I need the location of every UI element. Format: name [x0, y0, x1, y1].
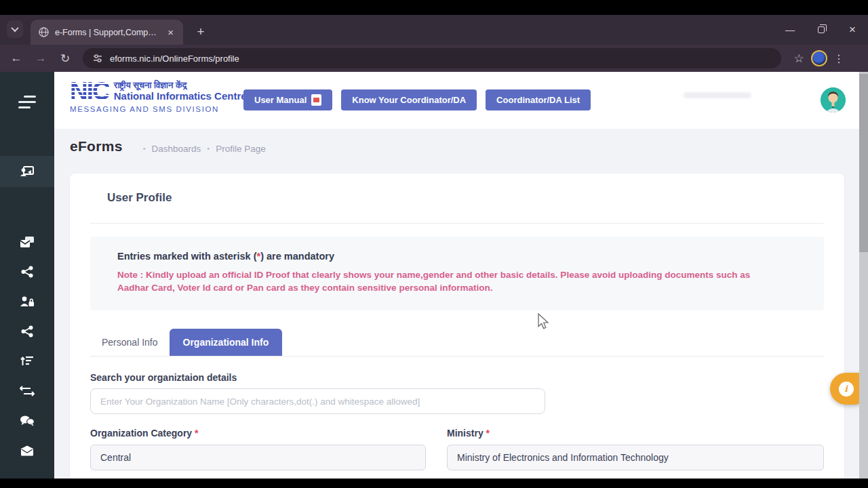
profile-tabs: Personal Info Organizational Info [90, 329, 824, 357]
sidebar-item-transfer[interactable] [0, 375, 54, 407]
breadcrumb-dot: • [207, 144, 210, 152]
nic-division-label: MESSAGING AND SMS DIVISION [70, 105, 247, 113]
forward-button[interactable]: → [28, 52, 53, 65]
user-avatar[interactable] [821, 87, 846, 113]
sidebar-toggle-icon[interactable] [18, 96, 36, 108]
address-bar[interactable]: eforms.nic.in/OnlineForms/profile [83, 48, 781, 68]
coordinator-list-button[interactable]: Coordinator/DA List [486, 89, 591, 110]
mail-stack-icon [20, 236, 35, 248]
page-scrollbar[interactable] [859, 72, 868, 479]
sidebar-item-sort[interactable] [0, 346, 54, 377]
divider [90, 223, 824, 224]
search-org-label: Search your organiztaion details [90, 372, 824, 383]
mouse-cursor [536, 313, 551, 331]
chat-icon [20, 415, 35, 427]
nic-logo-hindi: राष्ट्रीय सूचना विज्ञान केंद्र [114, 80, 247, 90]
back-button[interactable]: ← [4, 52, 28, 65]
share-icon [21, 266, 33, 278]
browser-profile-avatar[interactable] [811, 50, 827, 66]
nic-logo: NIC राष्ट्रीय सूचना विज्ञान केंद्र Natio… [70, 80, 247, 113]
mandatory-note: Entries marked with asterisk (*) are man… [117, 251, 797, 262]
restore-button[interactable] [806, 15, 837, 45]
asterisk: * [195, 428, 198, 439]
browser-tab-strip: e-Forms | Support,Component × + — × [0, 15, 868, 45]
sidebar-item-profile[interactable] [0, 156, 54, 187]
ministry-label: Ministry * [447, 428, 824, 439]
user-greeting-redacted [684, 92, 751, 98]
sidebar-item-messages[interactable] [0, 226, 54, 258]
restore-icon [818, 26, 825, 33]
minimize-button[interactable]: — [774, 15, 806, 45]
share-alt-icon [21, 325, 33, 338]
ministry-label-text: Ministry [447, 428, 484, 439]
tab-personal-info[interactable]: Personal Info [90, 329, 170, 356]
chevron-down-icon [11, 24, 18, 32]
envelope-icon [20, 445, 34, 456]
avatar-face-icon [821, 87, 846, 113]
user-manual-label: User Manual [254, 95, 307, 105]
browser-menu-icon[interactable]: ⋮ [830, 52, 848, 65]
id-proof-note: Note : Kindly upload an official ID Proo… [117, 268, 755, 294]
nic-logo-mark: NIC [70, 80, 109, 103]
globe-icon [39, 27, 49, 37]
sidebar-item-share[interactable] [0, 256, 54, 287]
new-tab-button[interactable]: + [192, 23, 210, 41]
reload-button[interactable]: ↻ [53, 52, 77, 66]
tab-title: e-Forms | Support,Component [55, 28, 161, 37]
sidebar [0, 72, 54, 479]
ministry-select[interactable]: Ministry of Electronics and Information … [447, 445, 824, 470]
url-text: eforms.nic.in/OnlineForms/profile [110, 54, 239, 64]
info-icon: i [839, 382, 854, 396]
breadcrumb-dashboards[interactable]: Dashboards [152, 144, 201, 154]
close-window-button[interactable]: × [837, 15, 868, 45]
page-main: NIC राष्ट्रीय सूचना विज्ञान केंद्र Natio… [54, 72, 868, 479]
tab-close-icon[interactable]: × [165, 26, 176, 38]
page-title: User Profile [107, 191, 824, 205]
site-header: NIC राष्ट्रीय सूचना विज्ञान केंद्र Natio… [54, 72, 868, 129]
header-buttons: User Manual Know Your Coordinator/DA Coo… [243, 89, 591, 110]
sidebar-item-users[interactable] [0, 286, 54, 317]
sidebar-item-share-alt[interactable] [0, 316, 54, 347]
asterisk: * [486, 428, 490, 439]
organization-category-select[interactable]: Central [90, 445, 426, 470]
sidebar-item-chat[interactable] [0, 405, 54, 436]
tab-search-button[interactable] [7, 20, 23, 38]
breadcrumb: eForms • Dashboards • Profile Page [70, 138, 266, 155]
sort-amount-icon [20, 355, 34, 367]
browser-tab[interactable]: e-Forms | Support,Component × [31, 20, 183, 45]
scrollbar-thumb[interactable] [859, 74, 868, 252]
user-lock-icon [20, 296, 35, 308]
site-settings-icon[interactable] [92, 53, 103, 64]
toolbar-right: ☆ ⋮ [789, 50, 848, 66]
letterbox-bottom [0, 479, 868, 488]
bookmark-star-icon[interactable]: ☆ [789, 52, 808, 66]
info-box: Entries marked with asterisk (*) are man… [90, 237, 824, 310]
exchange-icon [20, 386, 35, 396]
pdf-file-icon [311, 94, 321, 106]
know-coordinator-button[interactable]: Know Your Coordinator/DA [341, 89, 477, 110]
app-window: NIC राष्ट्रीय सूचना विज्ञान केंद्र Natio… [0, 72, 868, 479]
help-info-fab[interactable]: i [830, 373, 862, 405]
window-controls: — × [774, 15, 868, 45]
breadcrumb-profile-page[interactable]: Profile Page [216, 144, 266, 154]
nic-logo-english: National Informatics Centre [114, 90, 247, 102]
organization-search-input[interactable] [90, 388, 545, 414]
mandatory-note-post: ) are mandatory [260, 251, 334, 262]
tab-organizational-info[interactable]: Organizational Info [170, 329, 283, 356]
sidebar-item-mail[interactable] [0, 435, 54, 466]
user-manual-button[interactable]: User Manual [243, 89, 332, 110]
browser-toolbar: ← → ↻ eforms.nic.in/OnlineForms/profile … [0, 45, 868, 72]
breadcrumb-dot: • [143, 144, 146, 152]
org-category-label-text: Organization Category [90, 428, 192, 439]
user-profile-card: User Profile Entries marked with asteris… [70, 174, 844, 479]
profile-display-icon [20, 165, 35, 178]
app-title: eForms [70, 138, 123, 155]
mandatory-note-pre: Entries marked with asterisk ( [117, 251, 257, 262]
letterbox-top [0, 0, 868, 15]
org-category-label: Organization Category * [90, 428, 426, 439]
screen: e-Forms | Support,Component × + — × ← → … [0, 0, 868, 488]
